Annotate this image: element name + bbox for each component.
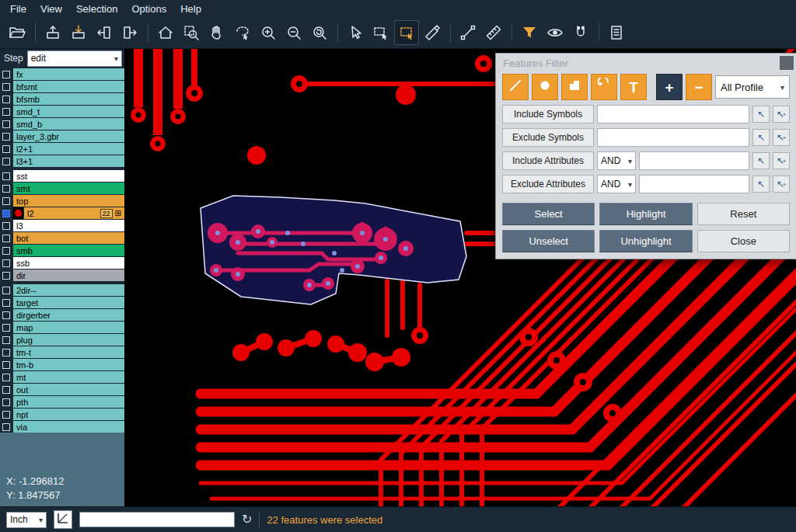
layer-checkbox[interactable] <box>0 155 12 167</box>
layer-checkbox[interactable] <box>0 220 12 231</box>
layer-row-smd-b[interactable]: smd_b <box>0 118 124 130</box>
layer-row-tm-b[interactable]: tm-b <box>0 359 124 370</box>
unselect-button[interactable]: Unselect <box>502 230 595 252</box>
layer-label[interactable]: dir <box>12 269 124 281</box>
lasso-select-button[interactable] <box>230 20 255 45</box>
layer-label[interactable]: ssb <box>12 257 124 269</box>
layer-checkbox[interactable] <box>0 245 12 256</box>
layer-label[interactable]: smd_t <box>12 106 124 117</box>
export-up-button[interactable] <box>40 20 65 45</box>
import-down-button[interactable] <box>66 20 91 45</box>
report-button[interactable] <box>604 20 629 45</box>
arc-tool-button[interactable] <box>591 74 617 100</box>
ruler-button[interactable] <box>481 20 506 45</box>
layer-checkbox[interactable] <box>0 384 12 395</box>
reset-button[interactable]: Reset <box>697 203 790 225</box>
layer-row-bot[interactable]: bot <box>0 232 124 244</box>
menu-selection[interactable]: Selection <box>69 2 124 16</box>
menu-view[interactable]: View <box>33 2 69 16</box>
pad-tool-button[interactable] <box>532 74 558 100</box>
menu-options[interactable]: Options <box>124 2 173 16</box>
layer-checkbox[interactable] <box>0 118 12 130</box>
layer-row-smt[interactable]: smt <box>0 183 124 194</box>
layer-label[interactable]: bot <box>12 232 124 244</box>
layer-row-plug[interactable]: plug <box>0 334 124 346</box>
layer-checkbox[interactable] <box>0 346 12 358</box>
layer-label[interactable]: sst <box>12 170 124 182</box>
snap-button[interactable] <box>568 20 593 45</box>
layer-row-via[interactable]: via <box>0 421 124 433</box>
layer-checkbox[interactable] <box>0 396 12 408</box>
pan-button[interactable] <box>204 20 229 45</box>
pick-add-button[interactable]: ↖+ <box>773 152 790 169</box>
filter-button[interactable] <box>517 20 542 45</box>
layer-label[interactable]: smt <box>12 183 124 194</box>
zoom-area-button[interactable] <box>179 20 204 45</box>
layer-checkbox[interactable] <box>0 409 12 420</box>
layer-row-sst[interactable]: sst <box>0 170 124 182</box>
layer-checkbox[interactable] <box>0 309 12 321</box>
pointer-button[interactable] <box>343 20 368 45</box>
add-mode-button[interactable]: + <box>656 74 683 100</box>
select-button[interactable]: Select <box>502 203 595 225</box>
layer-label[interactable]: target <box>12 297 124 308</box>
layer-row-out[interactable]: out <box>0 384 124 395</box>
layer-row-l3-1[interactable]: l3+1 <box>0 155 124 167</box>
layer-label[interactable]: bfsmb <box>12 93 124 105</box>
open-button[interactable] <box>5 20 30 45</box>
exclude-attributes-input[interactable] <box>639 175 749 193</box>
layer-label[interactable]: fx <box>12 68 124 80</box>
measure-line-button[interactable] <box>456 20 480 45</box>
layer-row-l2[interactable]: l222⊞ <box>0 207 124 219</box>
layer-label[interactable]: smd_b <box>12 118 124 130</box>
layer-label[interactable]: smb <box>12 245 124 256</box>
layer-label[interactable]: l3+1 <box>12 155 124 167</box>
line-tool-button[interactable] <box>502 74 529 100</box>
layer-label[interactable]: bfsmt <box>12 81 124 92</box>
layer-row-fx[interactable]: fx <box>0 68 124 80</box>
layer-label[interactable]: 2dir-- <box>12 284 124 296</box>
layer-row-bfsmt[interactable]: bfsmt <box>0 81 124 92</box>
layer-checkbox[interactable] <box>0 232 12 244</box>
layer-checkbox[interactable] <box>0 257 12 269</box>
zoom-out-button[interactable] <box>281 20 306 45</box>
layer-label[interactable]: npt <box>12 409 124 420</box>
home-view-button[interactable] <box>153 20 178 45</box>
layer-label[interactable]: l222⊞ <box>23 207 124 219</box>
exclude-symbols-button[interactable]: Exclude Symbols <box>502 128 594 147</box>
layer-row-2dir-[interactable]: 2dir-- <box>0 284 124 296</box>
layer-label[interactable]: top <box>12 195 124 207</box>
include-attributes-input[interactable] <box>639 151 749 170</box>
layer-checkbox[interactable] <box>0 269 12 281</box>
layer-row-layer-3-gbr[interactable]: layer_3.gbr <box>0 130 124 142</box>
exclude-symbols-input[interactable] <box>597 128 749 147</box>
layer-label[interactable]: l3 <box>12 220 124 231</box>
close-button[interactable]: Close <box>697 230 790 252</box>
layer-row-l2-1[interactable]: l2+1 <box>0 143 124 155</box>
step-right-button[interactable] <box>117 20 142 45</box>
exclude-attributes-button[interactable]: Exclude Attributes <box>502 175 594 193</box>
layer-label[interactable]: mt <box>12 371 124 383</box>
layer-row-npt[interactable]: npt <box>0 409 124 420</box>
layer-row-ssb[interactable]: ssb <box>0 257 124 269</box>
step-select[interactable]: edit ▾ <box>27 50 122 67</box>
layer-checkbox[interactable] <box>0 359 12 370</box>
layer-label[interactable]: layer_3.gbr <box>12 130 124 142</box>
layer-label[interactable]: tm-t <box>12 346 124 358</box>
layer-label[interactable]: tm-b <box>12 359 124 370</box>
layer-label[interactable]: plug <box>12 334 124 346</box>
layer-checkbox[interactable] <box>0 93 12 105</box>
remove-mode-button[interactable]: − <box>686 74 712 100</box>
layer-row-l3[interactable]: l3 <box>0 220 124 231</box>
command-input[interactable] <box>79 512 235 527</box>
pick-from-screen-button[interactable]: ↖ <box>752 129 770 146</box>
layer-label[interactable]: out <box>12 384 124 395</box>
layer-row-tm-t[interactable]: tm-t <box>0 346 124 358</box>
include-attributes-logic-select[interactable]: AND ▾ <box>597 151 636 170</box>
layer-label[interactable]: dirgerber <box>12 309 124 321</box>
include-attributes-button[interactable]: Include Attributes <box>502 151 594 170</box>
layer-checkbox[interactable] <box>0 297 12 308</box>
layer-checkbox[interactable] <box>0 68 12 80</box>
visibility-button[interactable] <box>543 20 567 45</box>
layer-label[interactable]: pth <box>12 396 124 408</box>
